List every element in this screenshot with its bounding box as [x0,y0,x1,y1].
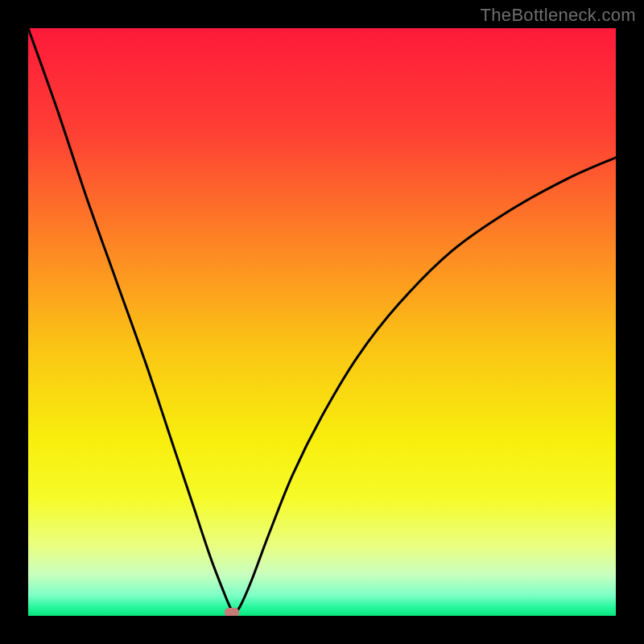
watermark-text: TheBottleneck.com [481,5,636,26]
chart-frame: TheBottleneck.com [0,0,644,644]
plot-area [28,28,616,616]
bottleneck-curve [28,28,616,616]
min-marker [225,608,239,616]
